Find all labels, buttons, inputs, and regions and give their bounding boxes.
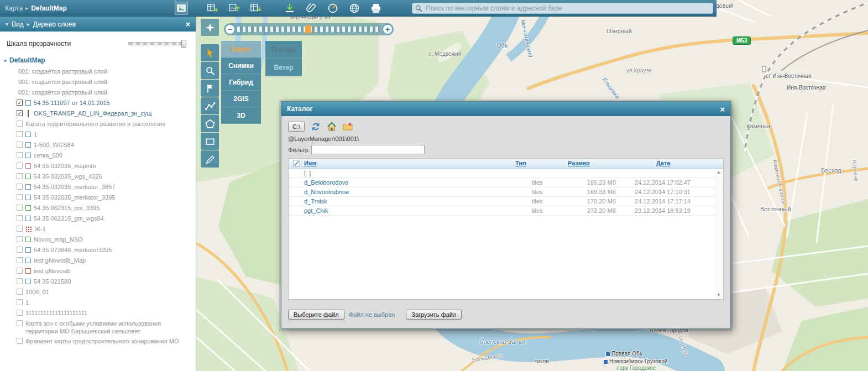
layer-checkbox[interactable]: [17, 299, 23, 305]
layer-checkbox[interactable]: [17, 320, 23, 326]
choose-file-button[interactable]: Выберите файл: [288, 310, 344, 320]
magnifier-tool[interactable]: [201, 62, 219, 79]
dialog-titlebar[interactable]: Каталог ×: [281, 102, 730, 116]
layer-checkbox[interactable]: [17, 226, 23, 232]
layer-item[interactable]: Ж-1: [0, 224, 196, 234]
export-image-button[interactable]: [227, 2, 242, 15]
layer-checkbox[interactable]: [17, 289, 23, 295]
layer-tab-Карта[interactable]: Карта: [221, 41, 261, 58]
layer-checkbox[interactable]: [17, 142, 23, 148]
layer-checkbox[interactable]: [17, 131, 23, 137]
layer-item[interactable]: 54 35 073846_merkator3395: [0, 245, 196, 255]
layer-item[interactable]: 54 35 032035_mapinfo: [0, 161, 196, 171]
map-canvas[interactable]: маленькие о-ваСадовыйОзерныйМ53Моччищенс…: [196, 0, 868, 371]
tree-root[interactable]: ▾ DefaultMap: [0, 55, 196, 66]
layer-item[interactable]: 111111111111111111111: [0, 308, 196, 318]
file-row[interactable]: d_Novootrubnoetiles169.33 Мб24.12.2014 1…: [289, 187, 723, 197]
layer-checkbox[interactable]: [17, 338, 23, 344]
globe-button[interactable]: [347, 2, 362, 15]
layer-item[interactable]: 54 35 032035_merkator_3395: [0, 192, 196, 203]
zoom-in-button[interactable]: +: [382, 24, 393, 35]
layer-checkbox[interactable]: ✓: [17, 110, 23, 116]
layer-checkbox[interactable]: [17, 173, 23, 179]
layer-item[interactable]: 54 35 032035_wgs_4326: [0, 171, 196, 182]
column-size[interactable]: Размер: [568, 160, 590, 166]
layer-checkbox[interactable]: [17, 236, 23, 242]
north-arrow-tool[interactable]: [201, 19, 219, 36]
drive-c-button[interactable]: C:\: [288, 122, 305, 132]
new-folder-button[interactable]: [343, 122, 353, 132]
flag-tool[interactable]: [201, 80, 219, 97]
zoom-slider[interactable]: − +: [224, 23, 394, 35]
layer-checkbox[interactable]: [17, 205, 23, 211]
zoom-out-button[interactable]: −: [224, 24, 236, 35]
slider-track[interactable]: [128, 42, 182, 45]
file-row[interactable]: pgt_Chiktiles272.20 Мб23.12.2014 18:53:1…: [289, 206, 723, 216]
layer-item[interactable]: ✓54 35 111097 от 14.01.2015: [0, 98, 196, 108]
column-type[interactable]: Тип: [515, 160, 526, 166]
layer-item[interactable]: Фрагмент карты градостроительного зониро…: [0, 336, 196, 347]
file-row[interactable]: d_Beloborodovotiles165.23 Мб24.12.2014 1…: [289, 178, 723, 187]
layer-item[interactable]: test gNovosib_Map: [0, 255, 196, 266]
protractor-button[interactable]: [326, 2, 340, 15]
layer-checkbox[interactable]: [17, 121, 23, 127]
layer-checkbox[interactable]: [17, 310, 23, 316]
layer-item[interactable]: test gNovosib: [0, 266, 196, 276]
layer-checkbox[interactable]: [17, 278, 23, 284]
layer-item[interactable]: Карта зон с особыми условиями использова…: [0, 318, 196, 336]
overlay-tab-Погода[interactable]: Погода: [265, 41, 302, 59]
layer-item[interactable]: 1000_01: [0, 287, 196, 297]
filter-input[interactable]: [311, 145, 425, 154]
dialog-close-icon[interactable]: ×: [720, 105, 725, 113]
layer-item[interactable]: 54 35 032035_merkator_3857: [0, 182, 196, 192]
refresh-button[interactable]: [311, 122, 321, 132]
layer-item[interactable]: 54 35 062315_gm_3395: [0, 203, 196, 213]
layer-checkbox[interactable]: [17, 268, 23, 274]
file-row[interactable]: [..]: [289, 169, 723, 178]
polygon-tool[interactable]: [201, 115, 219, 132]
layer-tab-2GIS[interactable]: 2GIS: [221, 91, 261, 107]
slider-handle[interactable]: [181, 40, 186, 48]
print-button[interactable]: [369, 2, 383, 15]
layer-tab-3D[interactable]: 3D: [221, 107, 261, 124]
rectangle-tool[interactable]: [201, 133, 219, 150]
export-table-button[interactable]: [206, 2, 220, 15]
home-button[interactable]: [327, 122, 337, 132]
attach-button[interactable]: [304, 2, 318, 15]
layer-tab-Снимки[interactable]: Снимки: [221, 58, 261, 74]
search-input[interactable]: [426, 3, 710, 13]
layer-item[interactable]: Novos_map_NSO: [0, 234, 196, 245]
layer-checkbox[interactable]: [17, 184, 23, 190]
import-table-button[interactable]: [249, 2, 263, 15]
layer-item[interactable]: 001: создаётся растровый слой: [0, 87, 196, 98]
layer-item[interactable]: 001: создаётся растровый слой: [0, 77, 196, 87]
scroll-up-icon[interactable]: ▲: [715, 169, 723, 176]
file-row[interactable]: d_Troisktiles170.20 Мб24.12.2014 17:17:1…: [289, 197, 723, 206]
panel-close-icon[interactable]: ×: [185, 20, 190, 28]
layer-item[interactable]: 1-500_WGS84: [0, 140, 196, 150]
layer-checkbox[interactable]: ✓: [17, 100, 23, 106]
breadcrumb-map[interactable]: Карта: [5, 4, 23, 12]
layer-tab-Гибрид[interactable]: Гибрид: [221, 74, 261, 91]
layer-item[interactable]: 1: [0, 297, 196, 308]
download-button[interactable]: [283, 2, 297, 15]
layer-checkbox[interactable]: [17, 163, 23, 169]
layer-checkbox[interactable]: [17, 215, 23, 221]
measure-tool[interactable]: [201, 97, 219, 114]
layer-item[interactable]: 54 35 021580: [0, 276, 196, 287]
cursor-tool[interactable]: [201, 44, 219, 61]
layer-item[interactable]: сетка_500: [0, 150, 196, 161]
layer-checkbox[interactable]: [17, 194, 23, 200]
layer-checkbox[interactable]: [17, 247, 23, 253]
transparency-slider[interactable]: [128, 40, 186, 47]
tree-expand-icon[interactable]: ▾: [4, 58, 7, 64]
scroll-down-icon[interactable]: ▼: [715, 292, 723, 299]
column-date[interactable]: Дата: [656, 160, 670, 166]
chevron-down-icon[interactable]: ▾: [6, 21, 8, 27]
layer-item[interactable]: 1: [0, 129, 196, 140]
screenshot-button[interactable]: [175, 2, 188, 15]
overlay-tab-Ветер[interactable]: Ветер: [265, 59, 302, 76]
column-name[interactable]: Имя: [304, 160, 316, 166]
table-scrollbar[interactable]: ▲ ▼: [715, 169, 723, 299]
layer-item[interactable]: Карата территориального развития и рассе…: [0, 119, 196, 129]
